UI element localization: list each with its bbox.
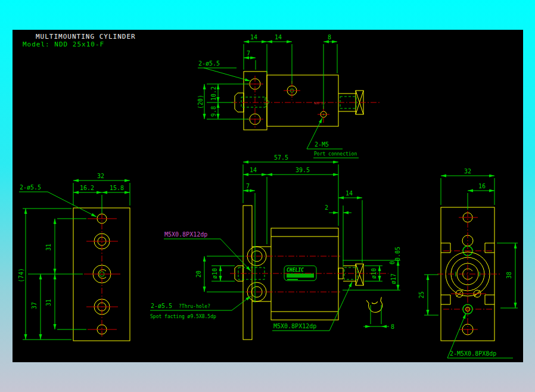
dim-label: 10.2 xyxy=(210,86,217,101)
hole-callout-note: ?Thru-hole? xyxy=(179,304,210,309)
port-note: Port connection xyxy=(314,151,357,157)
dim-label: 57.5 xyxy=(274,154,288,161)
cad-drawing: MULTIMOUNTING CYLINDER Model: NDD 25x10-… xyxy=(0,0,535,392)
drawing-canvas xyxy=(13,30,523,362)
dim-label: 14 xyxy=(275,34,282,41)
hole-callout: 2-ø5.5 xyxy=(151,303,172,309)
dim-label: 2 xyxy=(325,204,328,211)
dim-label: 25 xyxy=(418,291,425,298)
dim-label: 16 xyxy=(478,183,486,189)
dim-label: 38 xyxy=(506,272,512,279)
brand-name: CHELIC xyxy=(287,267,304,273)
dim-label: 32 xyxy=(97,173,104,179)
dim-label: ø10 xyxy=(211,268,218,279)
thread-callout: M5X0.8PX12dp xyxy=(164,231,207,238)
dim-label: 7 xyxy=(246,183,250,189)
dim-label: 37 xyxy=(31,302,38,309)
drawing-title: MULTIMOUNTING CYLINDER xyxy=(36,33,136,41)
dim-label: 7 xyxy=(247,50,250,57)
dim-label: 39.5 xyxy=(296,167,310,173)
thread-callout: M5X0.8PX12dp xyxy=(273,323,316,329)
dim-label: 14 xyxy=(250,167,257,173)
spotface-note: Spot facting ø9.5X8.5dp xyxy=(150,314,216,319)
model-number: Model: NDD 25x10-F xyxy=(23,41,104,48)
dim-label: 31 xyxy=(45,299,52,306)
dim-label: ø17 xyxy=(390,273,397,284)
dim-label: 14 xyxy=(250,34,257,41)
dim-label: 9.8 xyxy=(210,106,217,117)
dim-label: 8 xyxy=(328,34,331,41)
hole-callout: 2-ø5.5 xyxy=(198,60,220,67)
dim-label: (74) xyxy=(18,268,24,282)
dim-label: 8 xyxy=(391,323,394,330)
dim-label: 20 xyxy=(195,270,202,278)
thread-callout: 2-M5X0.8PX8dp xyxy=(450,350,496,357)
dim-label: 31 xyxy=(45,244,52,251)
cad-viewer-window: MULTIMOUNTING CYLINDER Model: NDD 25x10-… xyxy=(0,0,535,392)
dim-label: (20) xyxy=(197,95,204,109)
hole-callout: 2-ø5.5 xyxy=(20,184,41,191)
dim-label: ø10 xyxy=(371,268,377,279)
body-marking: NDD 25 xyxy=(314,101,325,105)
port-callout: 2-M5 xyxy=(315,141,329,148)
dim-label: 32 xyxy=(464,168,471,175)
dim-label: 16.2 xyxy=(80,185,94,191)
dim-label: 15.8 xyxy=(110,185,124,191)
dim-label: 14 xyxy=(346,190,353,197)
dim-tolerance-lower: -0.05 xyxy=(394,247,401,265)
